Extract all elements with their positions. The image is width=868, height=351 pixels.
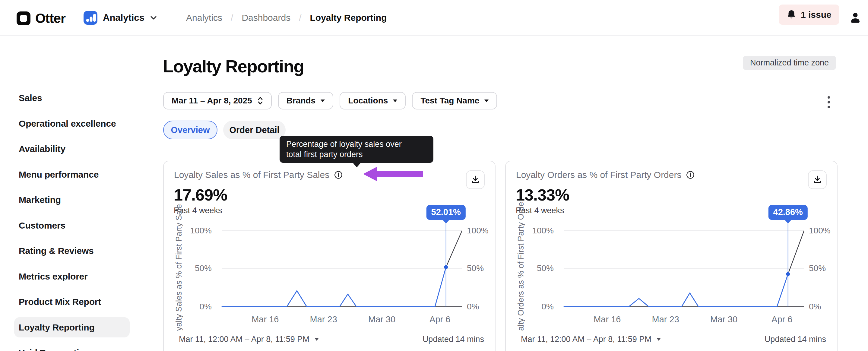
x-axis-tick: Apr 6: [430, 314, 450, 324]
sidebar-item-void-transactions[interactable]: Void Transactions: [14, 343, 130, 351]
otter-logo-icon: [17, 11, 30, 25]
loyalty-sales-card: Loyalty Sales as % of First Party Sales …: [163, 161, 496, 351]
y-axis-tick: 0%: [182, 301, 212, 312]
peak-value-badge: 52.01%: [427, 205, 466, 220]
breadcrumb-current-page: Loyalty Reporting: [310, 13, 387, 23]
chart-date-range-dropdown[interactable]: Mar 11, 12:00 AM – Apr 8, 11:59 PM: [521, 335, 660, 344]
bell-icon: [786, 10, 796, 20]
breadcrumb: Analytics / Dashboards / Loyalty Reporti…: [186, 0, 387, 36]
download-button[interactable]: [808, 170, 827, 189]
more-options-button[interactable]: [823, 94, 835, 111]
sidebar-item-label: Metrics explorer: [19, 272, 88, 282]
download-button[interactable]: [466, 170, 485, 189]
analytics-app-icon: [84, 11, 97, 25]
tag-filter-label: Test Tag Name: [421, 96, 479, 105]
y-axis-tick: 50%: [467, 263, 484, 274]
sidebar-item-label: Operational excellence: [19, 119, 116, 129]
issues-count-label: 1 issue: [801, 10, 832, 20]
page-title: Loyalty Reporting: [163, 56, 304, 76]
x-axis-ticks: Mar 16Mar 23Mar 30Apr 6: [564, 314, 804, 324]
sidebar-item-availability[interactable]: Availability: [14, 139, 130, 159]
timezone-badge: Normalized time zone: [743, 56, 836, 70]
x-axis-tick: Mar 23: [652, 314, 679, 324]
y-axis-tick: 0%: [524, 301, 554, 312]
sidebar-item-rating-reviews[interactable]: Rating & Reviews: [14, 241, 130, 261]
locations-filter[interactable]: Locations: [340, 92, 406, 109]
chevron-down-icon: [315, 338, 318, 341]
x-axis-tick: Mar 30: [368, 314, 395, 324]
tag-filter[interactable]: Test Tag Name: [412, 92, 497, 109]
y-axis-tick: 50%: [524, 263, 554, 274]
breadcrumb-separator: /: [299, 13, 301, 23]
tooltip-line: Percentage of loyalty sales over: [286, 139, 427, 149]
x-axis-tick: Mar 30: [710, 314, 737, 324]
app-root: Otter Analytics Analytics / Dashboards /…: [0, 0, 868, 351]
chart-cards-row: Loyalty Sales as % of First Party Sales …: [163, 161, 838, 351]
chart-date-range-value: Mar 11, 12:00 AM – Apr 8, 11:59 PM: [179, 335, 309, 344]
y-axis-tick: 0%: [809, 301, 821, 312]
card-title: Loyalty Sales as % of First Party Sales: [174, 170, 329, 180]
breadcrumb-analytics[interactable]: Analytics: [186, 13, 222, 23]
y-axis-tick: 100%: [182, 226, 212, 236]
info-icon[interactable]: [686, 171, 694, 179]
sidebar-item-label: Customers: [19, 220, 65, 231]
y-axis-tick: 100%: [524, 226, 554, 236]
chevron-down-icon: [484, 99, 489, 102]
y-axis-tick: 0%: [467, 301, 479, 312]
tooltip-line: total first party orders: [286, 149, 427, 160]
date-range-filter[interactable]: Mar 11 – Apr 8, 2025: [163, 92, 272, 109]
breadcrumb-dashboards[interactable]: Dashboards: [242, 13, 290, 23]
date-range-value: Mar 11 – Apr 8, 2025: [172, 96, 252, 105]
issues-button[interactable]: 1 issue: [779, 4, 839, 25]
y-axis-tick: 100%: [809, 226, 831, 236]
sidebar-item-metrics-explorer[interactable]: Metrics explorer: [14, 266, 130, 286]
info-tooltip: Percentage of loyalty sales over total f…: [280, 136, 433, 163]
info-icon[interactable]: [334, 171, 343, 179]
sidebar-item-label: Availability: [19, 144, 65, 154]
x-axis-tick: Mar 16: [593, 314, 621, 324]
breadcrumb-separator: /: [231, 13, 233, 23]
sidebar-item-label: Product Mix Report: [19, 297, 101, 307]
updated-status: Updated 14 mins: [423, 335, 484, 344]
sidebar-item-operational-excellence[interactable]: Operational excellence: [14, 114, 130, 134]
tab-order-detail[interactable]: Order Detail: [223, 121, 286, 139]
x-axis-tick: Mar 16: [251, 314, 279, 324]
chart-date-range-dropdown[interactable]: Mar 11, 12:00 AM – Apr 8, 11:59 PM: [179, 335, 318, 344]
otter-logo[interactable]: Otter: [17, 11, 65, 26]
line-chart[interactable]: 42.86%: [564, 218, 804, 308]
filter-bar: Mar 11 – Apr 8, 2025 Brands Locations Te…: [163, 92, 497, 109]
sidebar-item-menu-performance[interactable]: Menu performance: [14, 164, 130, 185]
sidebar-item-marketing[interactable]: Marketing: [14, 190, 130, 210]
sidebar-nav: Sales Operational excellence Availabilit…: [0, 36, 152, 351]
sidebar-item-loyalty-reporting[interactable]: Loyalty Reporting: [14, 317, 130, 338]
app-switcher[interactable]: Analytics: [84, 11, 157, 25]
sidebar-item-customers[interactable]: Customers: [14, 215, 130, 235]
user-avatar-icon[interactable]: [849, 11, 862, 25]
y-axis-tick: 100%: [467, 226, 489, 236]
sidebar-item-label: Menu performance: [19, 169, 99, 180]
sidebar-item-label: Sales: [19, 93, 42, 103]
app-switcher-label: Analytics: [103, 12, 145, 23]
sidebar-item-label: Void Transactions: [19, 348, 95, 351]
line-chart[interactable]: 52.01%: [222, 218, 462, 308]
sidebar-item-product-mix-report[interactable]: Product Mix Report: [14, 292, 130, 312]
chevron-down-icon: [320, 99, 325, 102]
y-axis-tick: 50%: [182, 263, 212, 274]
updated-status: Updated 14 mins: [765, 335, 826, 344]
chevron-down-icon: [657, 338, 660, 341]
y-axis-tick: 50%: [809, 263, 826, 274]
chevron-down-icon: [150, 15, 157, 20]
sidebar-item-label: Marketing: [19, 195, 61, 205]
sidebar-item-label: Rating & Reviews: [19, 246, 94, 256]
tab-overview[interactable]: Overview: [163, 121, 217, 139]
view-tabs: Overview Order Detail: [163, 121, 286, 139]
card-footer: Mar 11, 12:00 AM – Apr 8, 11:59 PM Updat…: [179, 335, 484, 344]
chevron-down-icon: [393, 99, 397, 102]
loyalty-orders-card: Loyalty Orders as % of First Party Order…: [505, 161, 838, 351]
otter-wordmark: Otter: [35, 11, 65, 26]
top-bar: Otter Analytics Analytics / Dashboards /…: [0, 0, 868, 36]
brands-filter[interactable]: Brands: [278, 92, 333, 109]
peak-value-badge: 42.86%: [769, 205, 808, 220]
sidebar-item-sales[interactable]: Sales: [14, 88, 130, 108]
x-axis-ticks: Mar 16Mar 23Mar 30Apr 6: [222, 314, 462, 324]
